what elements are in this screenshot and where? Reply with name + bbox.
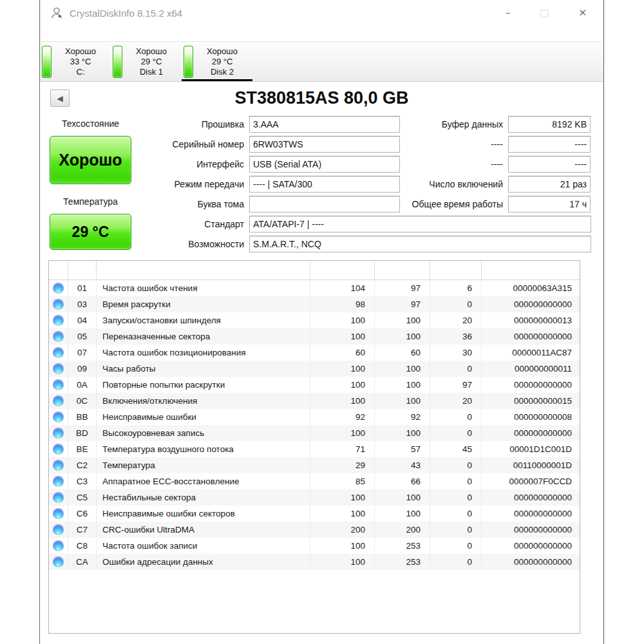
table-row[interactable]: 01 Частота ошибок чтения 104 97 6 000000… [49, 280, 580, 296]
attr-raw: 000000000000 [482, 554, 580, 570]
drive-tab-status: Хорошо [52, 46, 109, 57]
table-row[interactable]: 04 Запуски/остановки шпинделя 100 100 20… [49, 312, 580, 328]
attr-id: C2 [68, 457, 97, 473]
attr-id: 03 [68, 296, 97, 312]
drive-tab[interactable]: Хорошо 29 °C Disk 1 [111, 42, 182, 81]
table-row[interactable]: C7 CRC-ошибки UltraDMA 200 200 0 0000000… [49, 522, 580, 538]
status-orb-icon [53, 331, 64, 342]
attr-current: 85 [310, 473, 375, 489]
stat-field-value[interactable]: ---- [508, 136, 591, 153]
table-row[interactable]: C3 Аппаратное ECC-восстановление 85 66 0… [49, 473, 580, 489]
column-header[interactable] [310, 261, 375, 279]
close-button[interactable]: ✕ [578, 8, 587, 18]
drive-tab-temperature: 33 °C [52, 57, 109, 67]
drive-tab-status: Хорошо [193, 46, 251, 57]
table-row[interactable]: BB Неисправимые ошибки 92 92 0 000000000… [49, 409, 580, 425]
table-row[interactable]: 03 Время раскрутки 98 97 0 000000000000 [49, 296, 580, 312]
stat-field-value[interactable]: 8192 KB [508, 116, 591, 133]
attr-name: CRC-ошибки UltraDMA [97, 522, 310, 538]
stat-field-row: ---- ---- [40, 136, 591, 153]
menu-item[interactable] [56, 32, 68, 35]
menu-item[interactable] [79, 32, 91, 35]
attr-name: Неисправимые ошибки секторов [97, 506, 310, 522]
attr-raw: 000000000000 [482, 538, 580, 554]
menu-item[interactable] [44, 32, 56, 35]
table-row[interactable]: BD Высокоуровневая запись 100 100 0 0000… [49, 425, 580, 441]
table-row[interactable]: 0A Повторные попытки раскрутки 100 100 9… [49, 377, 580, 393]
drive-tab[interactable]: Хорошо 29 °C Disk 2 [182, 42, 252, 81]
maximize-button[interactable]: □ [540, 8, 549, 18]
app-window: CrystalDiskInfo 8.15.2 x64 – □ ✕ Хорошо … [39, 0, 604, 644]
attr-current: 200 [310, 522, 375, 538]
stat-field-value[interactable]: ---- [508, 156, 591, 173]
smart-table-header [49, 261, 580, 280]
attr-threshold: 0 [430, 473, 482, 489]
attr-current: 104 [310, 280, 375, 296]
menu-item[interactable] [102, 32, 114, 35]
table-row[interactable]: 0C Включения/отключения 100 100 20 00000… [49, 393, 580, 409]
drive-tab-temperature: 29 °C [122, 57, 180, 67]
attr-raw: 000000000013 [482, 312, 580, 328]
attr-name: Переназначенные сектора [97, 328, 310, 345]
info-field-label: Возможности [40, 236, 249, 252]
attr-threshold: 0 [430, 538, 482, 554]
attr-worst: 100 [375, 425, 430, 441]
attr-worst: 57 [375, 441, 430, 457]
table-row[interactable]: C6 Неисправимые ошибки секторов 100 100 … [49, 506, 580, 522]
attr-id: 07 [68, 345, 97, 361]
attr-threshold: 30 [430, 345, 482, 361]
table-row[interactable]: C5 Нестабильные сектора 100 100 0 000000… [49, 489, 580, 506]
status-orb-icon [53, 315, 64, 326]
attr-raw: 000000000000 [482, 328, 580, 345]
attr-name: Температура [97, 457, 310, 473]
attr-id: C8 [68, 538, 97, 554]
attr-id: 09 [68, 361, 97, 377]
attr-name: Температура воздушного потока [97, 441, 310, 457]
status-orb-icon [53, 524, 64, 535]
attr-worst: 100 [375, 506, 430, 522]
column-header[interactable] [68, 261, 97, 279]
attr-worst: 100 [375, 489, 430, 506]
drive-tab-name: Disk 2 [193, 67, 251, 77]
drive-tab[interactable]: Хорошо 33 °C C: [40, 42, 111, 81]
attr-current: 100 [310, 489, 375, 506]
menu-item[interactable] [91, 32, 102, 35]
column-header[interactable] [482, 261, 580, 279]
attr-worst: 100 [375, 328, 430, 345]
column-header[interactable] [375, 261, 430, 279]
status-orb-icon [53, 299, 64, 310]
stat-field-value[interactable]: 17 ч [508, 196, 591, 213]
info-field-value[interactable]: S.M.A.R.T., NCQ [249, 236, 591, 252]
menu-item[interactable] [68, 32, 79, 35]
attr-raw: 000000000008 [482, 409, 580, 425]
table-row[interactable]: 07 Частота ошибок позиционирования 60 60… [49, 345, 580, 361]
attr-current: 98 [310, 296, 375, 312]
status-orb-icon [53, 556, 64, 567]
table-row[interactable]: 09 Часы работы 100 100 0 000000000011 [49, 361, 580, 377]
column-header[interactable] [430, 261, 482, 279]
table-row[interactable]: C8 Частота ошибок записи 100 253 0 00000… [49, 538, 580, 554]
attr-name: Нестабильные сектора [97, 489, 310, 506]
minimize-button[interactable]: – [506, 8, 511, 18]
attr-raw: 0000007F0CCD [482, 473, 580, 489]
status-orb-icon [53, 460, 64, 471]
attr-name: Повторные попытки раскрутки [97, 377, 310, 393]
status-orb-icon [53, 508, 64, 519]
title-bar: CrystalDiskInfo 8.15.2 x64 – □ ✕ [40, 0, 603, 26]
stat-field-value[interactable]: 21 раз [508, 176, 591, 193]
table-row[interactable]: CA Ошибки адресации данных 100 253 0 000… [49, 554, 580, 570]
smart-attributes-table: 01 Частота ошибок чтения 104 97 6 000000… [48, 260, 580, 634]
attr-raw: 000000000000 [482, 377, 580, 393]
table-row[interactable]: C2 Температура 29 43 0 00110000001D [49, 457, 580, 473]
table-row[interactable]: BE Температура воздушного потока 71 57 4… [49, 441, 580, 457]
attr-id: C7 [68, 522, 97, 538]
drive-tab-status: Хорошо [122, 46, 180, 57]
attr-threshold: 0 [430, 409, 482, 425]
column-header[interactable] [97, 261, 310, 279]
attr-current: 100 [310, 554, 375, 570]
table-row[interactable]: 05 Переназначенные сектора 100 100 36 00… [49, 328, 580, 345]
main-content: ◀ ST380815AS 80,0 GB Техсостояние Хорошо… [40, 82, 603, 643]
attr-current: 100 [310, 506, 375, 522]
menu-item[interactable] [114, 32, 126, 35]
info-field-value[interactable]: ATA/ATAPI-7 | ---- [249, 216, 591, 232]
